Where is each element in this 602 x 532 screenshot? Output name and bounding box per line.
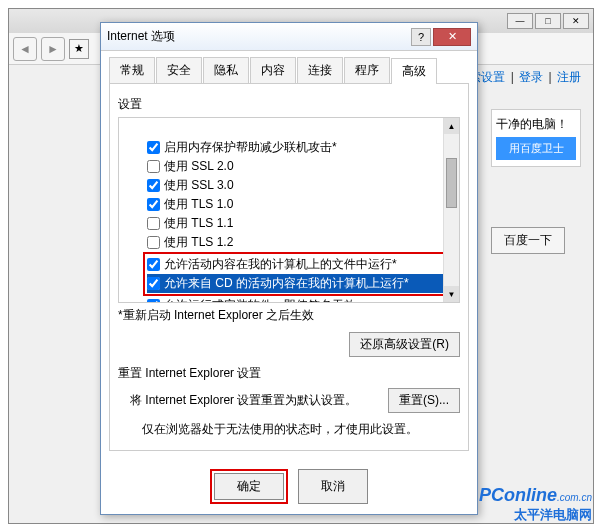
reset-button[interactable]: 重置(S)... [388, 388, 460, 413]
reset-description: 将 Internet Explorer 设置重置为默认设置。 [130, 392, 357, 409]
ok-button-highlight: 确定 [210, 469, 288, 504]
reset-section-title: 重置 Internet Explorer 设置 [118, 365, 460, 382]
reset-note: 仅在浏览器处于无法使用的状态时，才使用此设置。 [142, 421, 460, 438]
dialog-titlebar[interactable]: Internet 选项 ? ✕ [101, 23, 477, 51]
setting-checkbox[interactable] [147, 217, 160, 230]
tab-常规[interactable]: 常规 [109, 57, 155, 83]
lock-icon: 🔒 [118, 123, 121, 137]
scroll-down-arrow[interactable]: ▼ [444, 286, 459, 302]
setting-checkbox[interactable] [147, 299, 160, 303]
setting-checkbox[interactable] [147, 141, 160, 154]
favorites-icon[interactable]: ★ [69, 39, 89, 59]
setting-label: 使用 TLS 1.2 [164, 234, 233, 251]
tab-安全[interactable]: 安全 [156, 57, 202, 83]
dialog-close-button[interactable]: ✕ [433, 28, 471, 46]
restore-defaults-button[interactable]: 还原高级设置(R) [349, 332, 460, 357]
setting-item[interactable]: 允许活动内容在我的计算机上的文件中运行* [147, 255, 451, 274]
promo-button[interactable]: 用百度卫士 [496, 137, 576, 160]
setting-label: 允许来自 CD 的活动内容在我的计算机上运行* [164, 275, 409, 292]
restart-note: *重新启动 Internet Explorer 之后生效 [118, 307, 460, 324]
setting-checkbox[interactable] [147, 277, 160, 290]
register-link[interactable]: 注册 [557, 70, 581, 84]
setting-item[interactable]: 允许来自 CD 的活动内容在我的计算机上运行* [147, 274, 451, 293]
setting-label: 使用 TLS 1.0 [164, 196, 233, 213]
cancel-button[interactable]: 取消 [298, 469, 368, 504]
tab-程序[interactable]: 程序 [344, 57, 390, 83]
baidu-search-button[interactable]: 百度一下 [491, 227, 565, 254]
watermark-subtitle: 太平洋电脑网 [479, 506, 592, 524]
setting-label: 允许运行或安装软件，即使签名无效 [164, 297, 356, 303]
watermark-logo: PConline.com.cn [479, 485, 592, 506]
settings-listbox[interactable]: 🔒 启用内存保护帮助减少联机攻击*使用 SSL 2.0使用 SSL 3.0使用 … [118, 117, 460, 303]
setting-label: 允许活动内容在我的计算机上的文件中运行* [164, 256, 397, 273]
internet-options-dialog: Internet 选项 ? ✕ 常规安全隐私内容连接程序高级 设置 🔒 启用内存… [100, 22, 478, 515]
scroll-thumb[interactable] [446, 158, 457, 208]
dialog-help-button[interactable]: ? [411, 28, 431, 46]
setting-checkbox[interactable] [147, 258, 160, 271]
setting-checkbox[interactable] [147, 179, 160, 192]
setting-checkbox[interactable] [147, 160, 160, 173]
setting-checkbox[interactable] [147, 236, 160, 249]
advanced-tab-content: 设置 🔒 启用内存保护帮助减少联机攻击*使用 SSL 2.0使用 SSL 3.0… [109, 83, 469, 451]
forward-button[interactable]: ► [41, 37, 65, 61]
setting-item[interactable]: 使用 SSL 3.0 [147, 176, 455, 195]
maximize-button[interactable]: □ [535, 13, 561, 29]
tab-高级[interactable]: 高级 [391, 58, 437, 84]
setting-label: 使用 SSL 2.0 [164, 158, 234, 175]
setting-item[interactable]: 使用 SSL 2.0 [147, 157, 455, 176]
setting-item[interactable]: 使用 TLS 1.1 [147, 214, 455, 233]
tab-连接[interactable]: 连接 [297, 57, 343, 83]
highlighted-settings: 允许活动内容在我的计算机上的文件中运行*允许来自 CD 的活动内容在我的计算机上… [143, 252, 455, 296]
ok-button[interactable]: 确定 [214, 473, 284, 500]
minimize-button[interactable]: — [507, 13, 533, 29]
tab-隐私[interactable]: 隐私 [203, 57, 249, 83]
browser-header-links: 索设置 | 登录 | 注册 [467, 69, 583, 86]
dialog-footer: 确定 取消 [101, 459, 477, 514]
setting-item[interactable]: 使用 TLS 1.2 [147, 233, 455, 252]
scrollbar[interactable]: ▲ ▼ [443, 118, 459, 302]
scroll-up-arrow[interactable]: ▲ [444, 118, 459, 134]
watermark: PConline.com.cn 太平洋电脑网 [479, 485, 592, 524]
setting-item[interactable]: 允许运行或安装软件，即使签名无效 [147, 296, 455, 303]
setting-label: 使用 TLS 1.1 [164, 215, 233, 232]
setting-item[interactable]: 启用内存保护帮助减少联机攻击* [147, 138, 455, 157]
dialog-title-text: Internet 选项 [107, 28, 175, 45]
settings-group-label: 设置 [118, 96, 460, 113]
setting-label: 启用内存保护帮助减少联机攻击* [164, 139, 337, 156]
promo-box: 干净的电脑！ 用百度卫士 [491, 109, 581, 167]
back-button[interactable]: ◄ [13, 37, 37, 61]
promo-text: 干净的电脑！ [496, 116, 576, 133]
dialog-tabs: 常规安全隐私内容连接程序高级 [101, 51, 477, 83]
side-panel: 干净的电脑！ 用百度卫士 百度一下 [491, 109, 581, 254]
close-button[interactable]: ✕ [563, 13, 589, 29]
setting-item[interactable]: 使用 TLS 1.0 [147, 195, 455, 214]
login-link[interactable]: 登录 [519, 70, 543, 84]
security-tree-node: 🔒 [127, 122, 455, 138]
tab-内容[interactable]: 内容 [250, 57, 296, 83]
setting-checkbox[interactable] [147, 198, 160, 211]
setting-label: 使用 SSL 3.0 [164, 177, 234, 194]
